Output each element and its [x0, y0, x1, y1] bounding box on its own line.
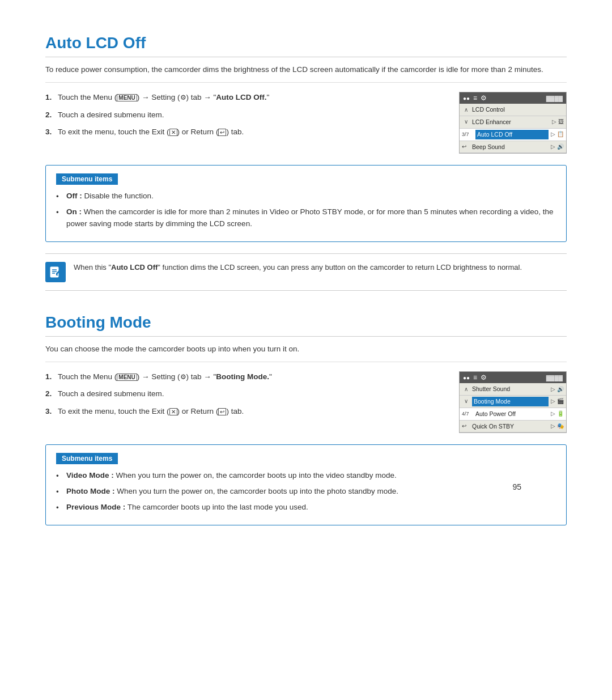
section2-submenu-item-video: • Video Mode : When you turn the power o…	[56, 470, 556, 482]
section1-on-content: On : When the camcorder is idle for more…	[66, 206, 556, 230]
menu1-lcd-enhancer-icon: ▷ 🖼	[552, 117, 564, 126]
section1-intro: To reduce power consumption, the camcord…	[45, 64, 567, 83]
menu1-auto-lcd-label: Auto LCD Off	[475, 130, 549, 139]
menu2-page-num: 4/7	[462, 410, 473, 418]
section1-steps-area: 1. Touch the Menu (MENU) → Setting (⚙) t…	[45, 92, 567, 154]
menu2-down-arrow: ∨	[462, 397, 470, 406]
bullet2: •	[56, 206, 63, 230]
section1-step1: 1. Touch the Menu (MENU) → Setting (⚙) t…	[45, 92, 442, 103]
menu1-battery-icon: ▓▓▓▓	[546, 95, 563, 101]
section2-photo-content: Photo Mode : When you turn the power on,…	[66, 486, 398, 498]
menu2-record-icon: ●●	[463, 375, 470, 381]
menu2-booting-label: Booting Mode	[472, 397, 549, 406]
menu1-beep-icon: ▷ 🔊	[551, 142, 564, 151]
menu1-back-arrow: ↩	[462, 142, 470, 151]
menu1-list-icon: ≡	[473, 94, 477, 102]
section2-submenu-box: Submenu items • Video Mode : When you tu…	[45, 444, 567, 525]
menu1-up-arrow: ∧	[462, 105, 470, 114]
page-number: 95	[512, 482, 521, 491]
section1-submenu-item-on: • On : When the camcorder is idle for mo…	[56, 206, 556, 230]
s2-step1-num: 1.	[45, 371, 58, 383]
s2-step1-text: Touch the Menu (MENU) → Setting (⚙) tab …	[58, 371, 272, 383]
section2-submenu-title: Submenu items	[56, 453, 118, 464]
bullet1: •	[56, 190, 63, 203]
section-booting-mode: Booting Mode You can choose the mode the…	[45, 313, 567, 525]
menu2-row-shutter: ∧ Shutter Sound ▷ 🔊	[460, 383, 566, 396]
menu1-body: ∧ LCD Control ∨ LCD Enhancer ▷ 🖼 3/7 Aut…	[460, 104, 566, 153]
menu1-beep-sound-label: Beep Sound	[472, 142, 549, 152]
section-auto-lcd-off: Auto LCD Off To reduce power consumption…	[45, 34, 567, 291]
section2-step1: 1. Touch the Menu (MENU) → Setting (⚙) t…	[45, 371, 442, 383]
menu1-row-beep-sound: ↩ Beep Sound ▷ 🔊	[460, 141, 566, 154]
menu2-quick-on-label: Quick On STBY	[472, 422, 549, 431]
note-icon	[45, 262, 66, 282]
menu2-quick-on-icon: ▷ 🎭	[551, 422, 564, 431]
svg-rect-0	[50, 267, 58, 277]
section1-step2: 2. Touch a desired submenu item.	[45, 109, 442, 121]
section1-menu-ui: ●● ≡ ⚙ ▓▓▓▓ ∧ LCD Control ∨ LCD Enhancer	[459, 92, 567, 154]
menu1-auto-lcd-icon: ▷ 📋	[551, 130, 564, 139]
section2-steps-area: 1. Touch the Menu (MENU) → Setting (⚙) t…	[45, 371, 567, 433]
menu1-header: ●● ≡ ⚙ ▓▓▓▓	[460, 92, 566, 104]
section1-submenu-title: Submenu items	[56, 173, 118, 185]
section2-prev-content: Previous Mode : The camcorder boots up i…	[66, 502, 308, 514]
section1-step3: 3. To exit the menu, touch the Exit (✕) …	[45, 126, 442, 138]
s2-bullet3: •	[56, 502, 63, 514]
step1-text: Touch the Menu (MENU) → Setting (⚙) tab …	[58, 92, 269, 103]
step3-text: To exit the menu, touch the Exit (✕) or …	[58, 126, 244, 138]
menu2-auto-power-label: Auto Power Off	[475, 409, 549, 419]
s2-bullet2: •	[56, 486, 63, 498]
menu2-battery-icon: ▓▓▓▓	[546, 375, 563, 381]
section2-video-content: Video Mode : When you turn the power on,…	[66, 470, 397, 482]
s2-step3-text: To exit the menu, touch the Exit (✕) or …	[58, 406, 244, 417]
menu2-back-arrow: ↩	[462, 422, 470, 431]
section2-step3: 3. To exit the menu, touch the Exit (✕) …	[45, 406, 442, 417]
section2-steps-list: 1. Touch the Menu (MENU) → Setting (⚙) t…	[45, 371, 442, 423]
menu1-lcd-control-label: LCD Control	[472, 105, 564, 114]
menu1-record-icon: ●●	[463, 95, 470, 101]
section2-submenu-item-photo: • Photo Mode : When you turn the power o…	[56, 486, 556, 498]
s2-step3-num: 3.	[45, 406, 58, 417]
menu2-auto-power-icon: ▷ 🔋	[551, 409, 564, 418]
section2-title: Booting Mode	[45, 313, 567, 337]
section1-submenu-item-off: • Off : Disable the function.	[56, 190, 556, 203]
section1-off-content: Off : Disable the function.	[66, 190, 154, 203]
section2-intro: You can choose the mode the camcorder bo…	[45, 343, 567, 362]
step1-num: 1.	[45, 92, 58, 103]
menu1-row-lcd-control: ∧ LCD Control	[460, 104, 566, 116]
menu2-shutter-label: Shutter Sound	[472, 384, 549, 394]
step2-text: Touch a desired submenu item.	[58, 109, 164, 121]
step2-num: 2.	[45, 109, 58, 121]
section2-submenu-item-prev: • Previous Mode : The camcorder boots up…	[56, 502, 556, 514]
menu1-page-num: 3/7	[462, 130, 473, 138]
menu2-shutter-icon: ▷ 🔊	[551, 385, 564, 394]
menu2-row-booting-mode: ∨ Booting Mode ▷ 🎬	[460, 396, 566, 408]
s2-step2-num: 2.	[45, 388, 58, 400]
menu1-gear-icon: ⚙	[481, 94, 487, 102]
section1-note-text: When this "Auto LCD Off" function dims t…	[74, 262, 522, 273]
menu2-body: ∧ Shutter Sound ▷ 🔊 ∨ Booting Mode ▷ 🎬 4…	[460, 383, 566, 432]
menu2-up-arrow: ∧	[462, 385, 470, 394]
section1-note-box: When this "Auto LCD Off" function dims t…	[45, 253, 567, 291]
menu1-row-auto-lcd-off: 3/7 Auto LCD Off ▷ 📋	[460, 129, 566, 141]
section2-menu-ui: ●● ≡ ⚙ ▓▓▓▓ ∧ Shutter Sound ▷ 🔊 ∨ Bo	[459, 371, 567, 433]
menu1-row-lcd-enhancer: ∨ LCD Enhancer ▷ 🖼	[460, 116, 566, 129]
menu2-row-quick-on: ↩ Quick On STBY ▷ 🎭	[460, 421, 566, 433]
step3-num: 3.	[45, 126, 58, 138]
menu1-lcd-enhancer-label: LCD Enhancer	[472, 117, 550, 127]
s2-step2-text: Touch a desired submenu item.	[58, 388, 164, 400]
menu2-row-auto-power: 4/7 Auto Power Off ▷ 🔋	[460, 408, 566, 421]
menu2-gear-icon: ⚙	[481, 374, 487, 381]
menu1-down-arrow: ∨	[462, 117, 470, 126]
menu2-list-icon: ≡	[473, 374, 477, 381]
menu2-booting-icon: ▷ 🎬	[551, 397, 564, 406]
section2-step2: 2. Touch a desired submenu item.	[45, 388, 442, 400]
section1-steps-list: 1. Touch the Menu (MENU) → Setting (⚙) t…	[45, 92, 442, 143]
section1-submenu-box: Submenu items • Off : Disable the functi…	[45, 165, 567, 241]
s2-bullet1: •	[56, 470, 63, 482]
section1-title: Auto LCD Off	[45, 34, 567, 57]
menu2-header: ●● ≡ ⚙ ▓▓▓▓	[460, 372, 566, 383]
